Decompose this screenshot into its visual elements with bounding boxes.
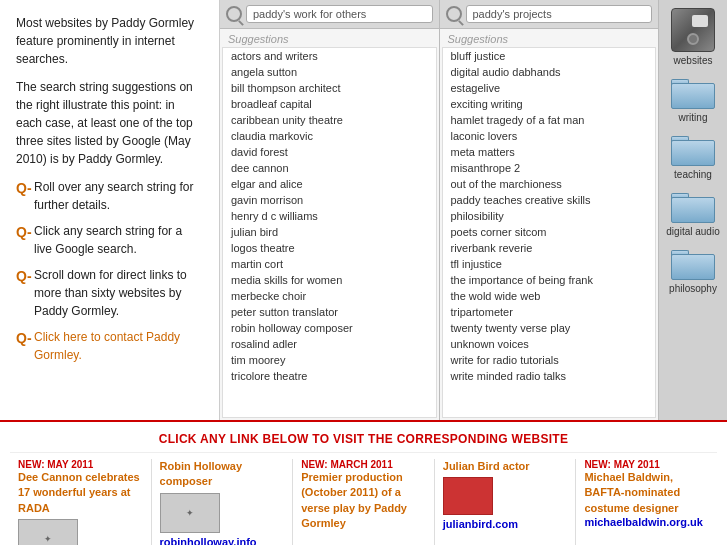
suggestion-item[interactable]: write for radio tutorials [443, 352, 656, 368]
suggestion-item[interactable]: twenty twenty verse play [443, 320, 656, 336]
search-icon-2 [446, 6, 462, 22]
suggestion-item[interactable]: laconic lovers [443, 128, 656, 144]
link-title: Robin Holloway composer [160, 459, 285, 490]
sidebar-label-teaching: teaching [674, 169, 712, 181]
suggestions-list-2[interactable]: bluff justicedigital audio dabhandsestag… [442, 47, 657, 418]
sidebar-item-philosophy[interactable]: philosophy [665, 246, 721, 295]
website-link[interactable]: julianbird.com [443, 518, 518, 530]
suggestion-item[interactable]: peter sutton translator [223, 304, 436, 320]
suggestion-item[interactable]: logos theatre [223, 240, 436, 256]
link-col-1: Robin Holloway composer✦robinholloway.in… [152, 459, 294, 545]
suggestions-label-2: Suggestions [440, 29, 659, 47]
link-col-3: Julian Bird actorjulianbird.com [435, 459, 577, 545]
bullet-icon: Q- [16, 222, 32, 243]
suggestion-item[interactable]: elgar and alice [223, 176, 436, 192]
suggestion-item[interactable]: caribbean unity theatre [223, 112, 436, 128]
thumb-image [443, 477, 493, 515]
suggestion-item[interactable]: actors and writers [223, 48, 436, 64]
suggestion-item[interactable]: tricolore theatre [223, 368, 436, 384]
sidebar-label-writing: writing [679, 112, 708, 124]
search-input-1[interactable] [246, 5, 433, 23]
bullet-icon: Q- [16, 178, 32, 199]
suggestion-item[interactable]: misanthrope 2 [443, 160, 656, 176]
website-link[interactable]: michaelbaldwin.org.uk [584, 516, 703, 528]
link-col-2: NEW: MARCH 2011Premier production (Octob… [293, 459, 435, 545]
contact-link[interactable]: Click here to contact Paddy Gormley. [34, 330, 180, 362]
suggestion-item[interactable]: merbecke choir [223, 288, 436, 304]
suggestion-item[interactable]: martin cort [223, 256, 436, 272]
sidebar-item-teaching[interactable]: teaching [665, 132, 721, 181]
link-col-4: NEW: MAY 2011Michael Baldwin, BAFTA-nomi… [576, 459, 717, 545]
center-area: Suggestions actors and writersangela sut… [220, 0, 659, 420]
suggestion-item[interactable]: estagelive [443, 80, 656, 96]
click-notice: CLICK ANY LINK BELOW TO VISIT THE CORRES… [10, 428, 717, 452]
folder-icon-digital-audio [671, 189, 715, 223]
suggestion-item[interactable]: paddy teaches creative skills [443, 192, 656, 208]
suggestion-item[interactable]: rosalind adler [223, 336, 436, 352]
bullet-icon: Q- [16, 328, 32, 349]
suggestion-item[interactable]: the importance of being frank [443, 272, 656, 288]
intro-text-1: Most websites by Paddy Gormley feature p… [16, 14, 203, 68]
link-title: Premier production (October 2011) of a v… [301, 470, 426, 532]
instruction-rollover: Q- Roll over any search string for furth… [16, 178, 203, 214]
sidebar-item-digital-audio[interactable]: digital audio [665, 189, 721, 238]
suggestion-item[interactable]: tripartometer [443, 304, 656, 320]
links-row: NEW: MAY 2011Dee Cannon celebrates 17 wo… [10, 452, 717, 545]
suggestion-item[interactable]: philosibility [443, 208, 656, 224]
suggestion-item[interactable]: angela sutton [223, 64, 436, 80]
suggestion-item[interactable]: digital audio dabhands [443, 64, 656, 80]
suggestion-item[interactable]: hamlet tragedy of a fat man [443, 112, 656, 128]
suggestion-item[interactable]: claudia markovic [223, 128, 436, 144]
suggestion-item[interactable]: write minded radio talks [443, 368, 656, 384]
suggestion-item[interactable]: poets corner sitcom [443, 224, 656, 240]
intro-text-2: The search string suggestions on the rig… [16, 78, 203, 168]
link-title: Dee Cannon celebrates 17 wonderful years… [18, 470, 143, 516]
suggestion-item[interactable]: broadleaf capital [223, 96, 436, 112]
sidebar-label-digital-audio: digital audio [666, 226, 719, 238]
bullet-icon: Q- [16, 266, 32, 287]
search-icon-1 [226, 6, 242, 22]
website-link[interactable]: robinholloway.info [160, 536, 257, 545]
search-panels: Suggestions actors and writersangela sut… [220, 0, 659, 420]
suggestion-item[interactable]: unknown voices [443, 336, 656, 352]
new-badge: NEW: MAY 2011 [18, 459, 143, 470]
folder-icon-philosophy [671, 246, 715, 280]
bottom-bar: CLICK ANY LINK BELOW TO VISIT THE CORRES… [0, 420, 727, 545]
suggestions-list-1[interactable]: actors and writersangela suttonbill thom… [222, 47, 437, 418]
folder-icon-teaching [671, 132, 715, 166]
right-sidebar: websites writing teaching digital audio [659, 0, 727, 420]
new-badge: NEW: MAY 2011 [584, 459, 709, 470]
suggestion-item[interactable]: julian bird [223, 224, 436, 240]
suggestion-item[interactable]: tim moorey [223, 352, 436, 368]
suggestion-item[interactable]: david forest [223, 144, 436, 160]
suggestion-item[interactable]: robin holloway composer [223, 320, 436, 336]
suggestion-item[interactable]: exciting writing [443, 96, 656, 112]
link-col-0: NEW: MAY 2011Dee Cannon celebrates 17 wo… [10, 459, 152, 545]
disk-icon [671, 8, 715, 52]
suggestion-item[interactable]: meta matters [443, 144, 656, 160]
instruction-contact[interactable]: Q- Click here to contact Paddy Gormley. [16, 328, 203, 364]
suggestion-item[interactable]: gavin morrison [223, 192, 436, 208]
instruction-click: Q- Click any search string for a live Go… [16, 222, 203, 258]
link-title: Michael Baldwin, BAFTA-nominated costume… [584, 470, 709, 516]
suggestion-item[interactable]: out of the marchioness [443, 176, 656, 192]
suggestion-item[interactable]: riverbank reverie [443, 240, 656, 256]
instruction-scroll: Q- Scroll down for direct links to more … [16, 266, 203, 320]
search-input-2[interactable] [466, 5, 653, 23]
suggestion-item[interactable]: media skills for women [223, 272, 436, 288]
main-container: Most websites by Paddy Gormley feature p… [0, 0, 727, 420]
sidebar-label-philosophy: philosophy [669, 283, 717, 295]
suggestion-item[interactable]: tfl injustice [443, 256, 656, 272]
search-panel-2: Suggestions bluff justicedigital audio d… [440, 0, 660, 420]
suggestion-item[interactable]: bill thompson architect [223, 80, 436, 96]
suggestion-item[interactable]: henry d c williams [223, 208, 436, 224]
link-title: Julian Bird actor [443, 459, 568, 474]
sidebar-item-websites[interactable]: websites [665, 8, 721, 67]
left-panel: Most websites by Paddy Gormley feature p… [0, 0, 220, 420]
suggestion-item[interactable]: the wold wide web [443, 288, 656, 304]
suggestion-item[interactable]: bluff justice [443, 48, 656, 64]
sidebar-item-writing[interactable]: writing [665, 75, 721, 124]
search-panel-1: Suggestions actors and writersangela sut… [220, 0, 440, 420]
thumb-image: ✦ [160, 493, 220, 533]
suggestion-item[interactable]: dee cannon [223, 160, 436, 176]
